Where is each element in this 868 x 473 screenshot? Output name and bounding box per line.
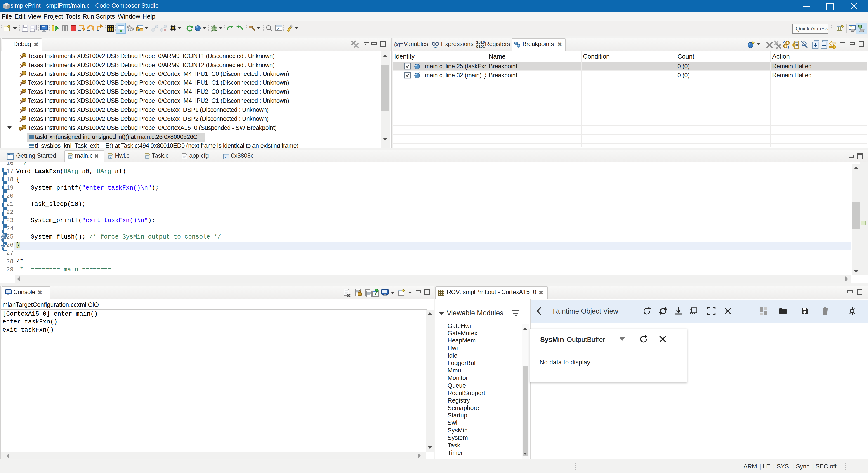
svg-text:.c: .c: [69, 156, 71, 159]
svg-text:c: c: [225, 155, 227, 159]
svg-text:x=: x=: [433, 45, 437, 49]
svg-text:.c: .c: [146, 156, 148, 159]
svg-text:.c: .c: [109, 156, 112, 159]
